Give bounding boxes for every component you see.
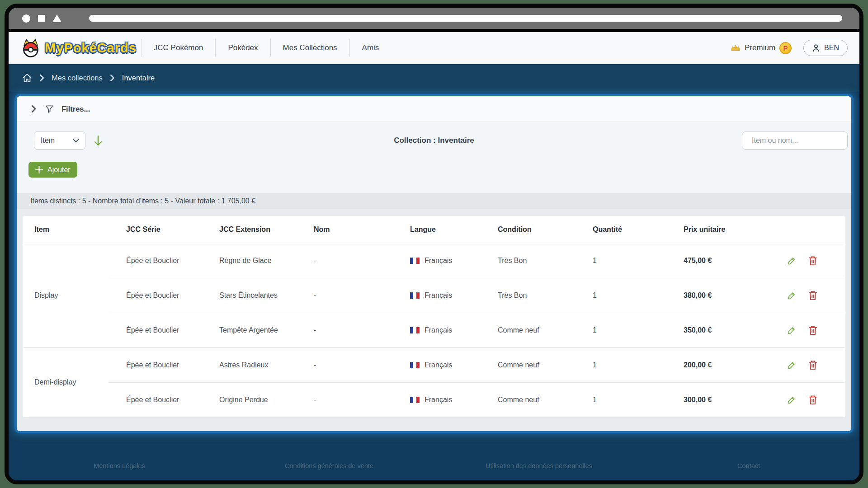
app-header: MyPokéCards JCC Pokémon Pokédex Mes Coll… xyxy=(9,32,859,64)
coin-letter: P xyxy=(783,44,788,52)
filters-toggle[interactable]: Filtres... xyxy=(17,96,851,122)
delete-row-button[interactable] xyxy=(808,395,817,405)
langue-cell: Français xyxy=(410,257,498,265)
footer-link-mentions-legales[interactable]: Mentions Légales xyxy=(14,462,224,469)
edit-row-button[interactable] xyxy=(787,256,797,266)
breadcrumb-mes-collections[interactable]: Mes collections xyxy=(52,74,103,82)
quantite-cell: 1 xyxy=(593,326,684,334)
toolbar: Item Collection : Inventaire xyxy=(17,122,851,193)
content-panel: Filtres... Item Collection : xyxy=(14,94,854,433)
sort-descending-button[interactable] xyxy=(94,135,103,146)
delete-row-button[interactable] xyxy=(808,291,817,300)
browser-circle-button[interactable] xyxy=(22,14,30,23)
actions-cell xyxy=(774,325,845,335)
table-row: Épée et Bouclier Stars Étincelantes - Fr… xyxy=(23,278,845,313)
inventory-table: Item JCC Série JCC Extension Nom Langue … xyxy=(23,216,845,418)
quantite-cell: 1 xyxy=(593,361,684,369)
url-bar[interactable] xyxy=(89,15,842,22)
main-nav: JCC Pokémon Pokédex Mes Collections Amis xyxy=(141,32,392,64)
condition-cell: Comme neuf xyxy=(498,361,593,369)
site-logo[interactable]: MyPokéCards xyxy=(20,38,137,57)
langue-label: Français xyxy=(425,257,452,265)
table-row: Épée et Bouclier Origine Perdue - França… xyxy=(23,382,845,417)
chevron-right-icon xyxy=(39,74,45,82)
actions-cell xyxy=(774,291,845,300)
quantite-cell: 1 xyxy=(593,291,684,300)
langue-cell: Français xyxy=(410,291,498,300)
user-account-button[interactable]: BEN xyxy=(803,40,848,56)
expand-chevron-icon xyxy=(30,105,37,113)
nav-item-amis[interactable]: Amis xyxy=(349,39,392,57)
langue-label: Français xyxy=(425,291,452,300)
add-item-label: Ajouter xyxy=(47,166,71,174)
edit-row-button[interactable] xyxy=(787,325,797,335)
delete-trash-icon xyxy=(808,360,817,370)
flag-france-icon xyxy=(410,292,420,299)
col-langue: Langue xyxy=(410,225,498,234)
desktop-background: { "browser": { "url_value": "" }, "heade… xyxy=(0,0,868,488)
premium-badge[interactable]: Premium P xyxy=(731,42,792,54)
add-item-button[interactable]: Ajouter xyxy=(28,162,77,178)
prix-cell: 300,00 € xyxy=(684,396,774,404)
pokeball-logo-icon xyxy=(20,38,41,57)
browser-triangle-button[interactable] xyxy=(52,14,61,22)
browser-window: MyPokéCards JCC Pokémon Pokédex Mes Coll… xyxy=(5,4,863,484)
edit-pencil-icon xyxy=(787,291,797,300)
table-header-row: Item JCC Série JCC Extension Nom Langue … xyxy=(23,216,845,243)
nav-item-mes-collections[interactable]: Mes Collections xyxy=(270,39,349,57)
browser-titlebar xyxy=(9,8,859,32)
edit-row-button[interactable] xyxy=(787,291,797,300)
footer-link-cgv[interactable]: Conditions générales de vente xyxy=(224,462,434,469)
prix-cell: 200,00 € xyxy=(684,361,774,369)
condition-cell: Comme neuf xyxy=(498,326,593,334)
delete-row-button[interactable] xyxy=(808,325,817,335)
col-item: Item xyxy=(34,225,126,234)
quantite-cell: 1 xyxy=(593,396,684,404)
extension-cell: Astres Radieux xyxy=(219,361,314,369)
condition-cell: Comme neuf xyxy=(498,396,593,404)
condition-cell: Très Bon xyxy=(498,291,593,300)
langue-label: Français xyxy=(425,396,452,404)
nav-item-pokedex[interactable]: Pokédex xyxy=(215,39,270,57)
summary-text: Items distincts : 5 - Nombre total d'ite… xyxy=(30,197,255,205)
edit-row-button[interactable] xyxy=(787,360,797,370)
table-row: Épée et Bouclier Règne de Glace - França… xyxy=(23,243,845,278)
user-label: BEN xyxy=(824,44,839,52)
col-nom: Nom xyxy=(314,225,410,234)
nav-item-jcc-pokemon[interactable]: JCC Pokémon xyxy=(141,39,216,57)
serie-cell: Épée et Bouclier xyxy=(126,257,219,265)
col-jcc-serie: JCC Série xyxy=(126,225,219,234)
logo-text: MyPokéCards xyxy=(45,41,137,56)
actions-cell xyxy=(774,360,845,370)
chevron-right-icon xyxy=(109,74,115,82)
delete-row-button[interactable] xyxy=(808,256,817,266)
filter-funnel-icon xyxy=(45,104,54,113)
langue-cell: Français xyxy=(410,326,498,334)
item-type-select[interactable]: Item xyxy=(34,131,85,150)
plus-icon xyxy=(35,166,43,174)
col-prix-unitaire: Prix unitaire xyxy=(684,225,774,234)
premium-label: Premium xyxy=(745,43,775,52)
extension-cell: Stars Étincelantes xyxy=(219,291,314,300)
footer-link-contact[interactable]: Contact xyxy=(644,462,854,469)
delete-trash-icon xyxy=(808,395,817,405)
crown-icon xyxy=(731,44,741,52)
summary-bar: Items distincts : 5 - Nombre total d'ite… xyxy=(17,193,851,209)
actions-cell xyxy=(774,395,845,405)
delete-row-button[interactable] xyxy=(808,360,817,370)
serie-cell: Épée et Bouclier xyxy=(126,361,219,369)
prix-cell: 380,00 € xyxy=(684,291,774,300)
edit-pencil-icon xyxy=(787,360,797,370)
footer-link-donnees-personnelles[interactable]: Utilisation des données personnelles xyxy=(434,462,644,469)
home-icon[interactable] xyxy=(22,73,32,83)
edit-row-button[interactable] xyxy=(787,395,797,405)
search-input[interactable] xyxy=(752,136,845,145)
col-quantite: Quantité xyxy=(593,225,684,234)
flag-france-icon xyxy=(410,362,420,368)
delete-trash-icon xyxy=(808,256,817,266)
prix-cell: 475,00 € xyxy=(684,257,774,265)
actions-cell xyxy=(774,256,845,266)
arrow-down-icon xyxy=(94,135,103,146)
browser-square-button[interactable] xyxy=(38,15,45,22)
search-box xyxy=(742,131,848,150)
